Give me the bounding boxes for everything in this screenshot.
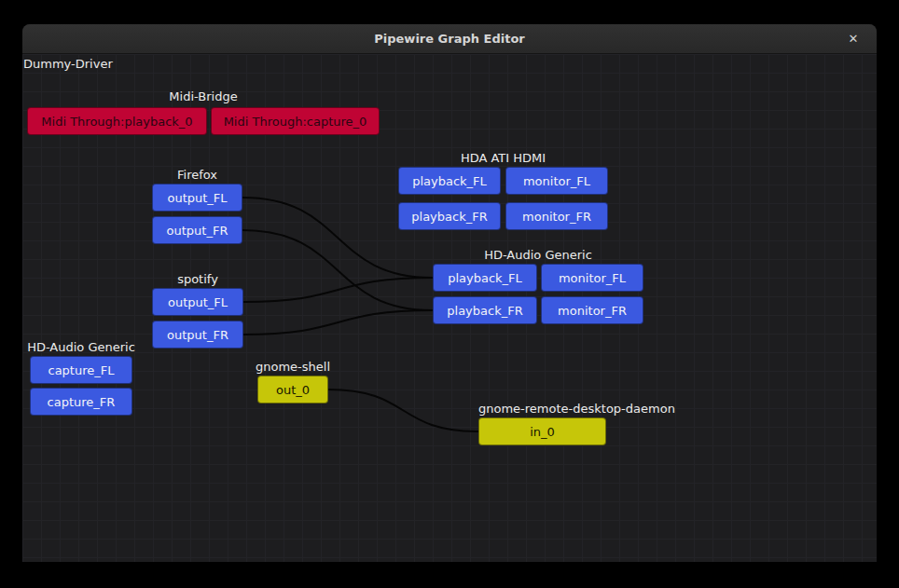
node-title[interactable]: HDA ATI HDMI <box>461 150 546 167</box>
port-monitor-fr[interactable]: monitor_FR <box>541 296 643 324</box>
node-gnome-shell[interactable]: gnome-shell out_0 <box>257 359 328 403</box>
link[interactable] <box>242 230 433 310</box>
node-hd-audio-generic-out[interactable]: HD-Audio Generic playback_FL monitor_FL … <box>433 247 643 324</box>
node-title[interactable]: HD-Audio Generic <box>484 247 592 264</box>
node-midi-bridge[interactable]: Midi-Bridge Midi Through:playback_0 Midi… <box>27 89 380 139</box>
node-title[interactable]: spotify <box>177 271 218 288</box>
port-output-fl[interactable]: output_FL <box>152 184 242 212</box>
graph-canvas[interactable]: Dummy-Driver Midi-Bridge Midi Through:pl… <box>22 54 877 562</box>
node-title[interactable]: Midi-Bridge <box>169 89 237 105</box>
link[interactable] <box>243 310 433 335</box>
port-playback-fl[interactable]: playback_FL <box>398 167 501 195</box>
node-hd-audio-generic-in[interactable]: HD-Audio Generic capture_FL capture_FR <box>30 339 132 416</box>
port-capture-fl[interactable]: capture_FL <box>30 356 132 384</box>
node-title[interactable]: Firefox <box>177 167 217 184</box>
close-icon: ✕ <box>849 32 859 46</box>
port-monitor-fl[interactable]: monitor_FL <box>505 167 608 195</box>
port-in-0[interactable]: in_0 <box>478 417 606 445</box>
node-gnome-remote-desktop-daemon[interactable]: gnome-remote-desktop-daemon in_0 <box>478 401 606 445</box>
node-title[interactable]: Dummy-Driver <box>23 56 113 73</box>
port-out-0[interactable]: out_0 <box>257 376 328 403</box>
port-output-fr[interactable]: output_FR <box>152 216 242 244</box>
port-monitor-fl[interactable]: monitor_FL <box>541 264 643 292</box>
node-title[interactable]: gnome-shell <box>256 359 330 376</box>
close-button[interactable]: ✕ <box>841 24 865 53</box>
node-title[interactable]: gnome-remote-desktop-daemon <box>478 401 606 417</box>
port-output-fr[interactable]: output_FR <box>152 321 243 349</box>
window-title: Pipewire Graph Editor <box>374 32 524 46</box>
link[interactable] <box>243 278 433 302</box>
port-monitor-fr[interactable]: monitor_FR <box>505 202 608 230</box>
node-spotify[interactable]: spotify output_FL output_FR <box>152 271 243 349</box>
node-title[interactable]: HD-Audio Generic <box>27 339 135 356</box>
titlebar[interactable]: Pipewire Graph Editor ✕ <box>22 24 877 54</box>
node-hda-ati-hdmi[interactable]: HDA ATI HDMI playback_FL monitor_FL play… <box>398 150 608 230</box>
port-capture-fr[interactable]: capture_FR <box>30 388 132 416</box>
node-firefox[interactable]: Firefox output_FL output_FR <box>152 167 242 244</box>
port-output-fl[interactable]: output_FL <box>152 288 243 316</box>
port-playback-fr[interactable]: playback_FR <box>433 296 537 324</box>
port-midi-through-playback-0[interactable]: Midi Through:playback_0 <box>27 107 207 135</box>
port-midi-through-capture-0[interactable]: Midi Through:capture_0 <box>211 107 380 135</box>
app-window: Pipewire Graph Editor ✕ Dummy-Driver Mid… <box>22 24 877 562</box>
node-dummy-driver[interactable]: Dummy-Driver <box>23 56 113 73</box>
port-playback-fl[interactable]: playback_FL <box>433 264 537 292</box>
link[interactable] <box>328 390 478 431</box>
port-playback-fr[interactable]: playback_FR <box>398 202 501 230</box>
